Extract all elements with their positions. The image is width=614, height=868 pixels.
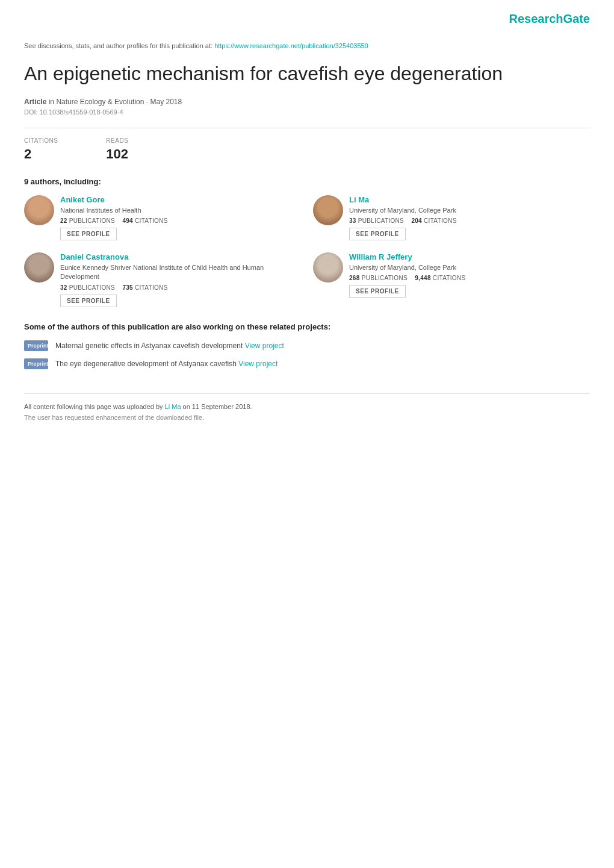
author-name-2[interactable]: Li Ma	[349, 195, 457, 204]
author-info-1: Aniket Gore National Institutes of Healt…	[60, 195, 168, 240]
author-institution-2: University of Maryland, College Park	[349, 206, 457, 215]
top-notice-link[interactable]: https://www.researchgate.net/publication…	[214, 42, 368, 49]
related-projects-heading: Some of the authors of this publication …	[24, 322, 590, 331]
footer-uploader-name[interactable]: Li Ma	[165, 403, 181, 410]
top-notice: See discussions, stats, and author profi…	[24, 42, 590, 49]
footer-note: The user has requested enhancement of th…	[24, 414, 590, 421]
doi: DOI: 10.1038/s41559-018-0569-4	[24, 108, 590, 116]
author-avatar-4	[313, 252, 343, 283]
author-institution-4: University of Maryland, College Park	[349, 263, 465, 272]
article-type-label: Article	[24, 98, 46, 106]
author-name-1[interactable]: Aniket Gore	[60, 195, 168, 204]
see-profile-button-2[interactable]: SEE PROFILE	[349, 228, 406, 240]
author-info-4: William R Jeffery University of Maryland…	[349, 252, 465, 298]
author-top-4: William R Jeffery University of Maryland…	[313, 252, 590, 298]
see-profile-button-4[interactable]: SEE PROFILE	[349, 285, 406, 298]
author-institution-1: National Institutes of Health	[60, 206, 168, 215]
header-logo: ResearchGate	[509, 12, 590, 26]
footer-uploaded-text: All content following this page was uplo…	[24, 403, 165, 410]
author-top-2: Li Ma University of Maryland, College Pa…	[313, 195, 590, 240]
author-stats-2: 33 PUBLICATIONS 204 CITATIONS	[349, 217, 457, 224]
author-name-4[interactable]: William R Jeffery	[349, 252, 465, 261]
author-name-3[interactable]: Daniel Castranova	[60, 252, 301, 261]
authors-grid: Aniket Gore National Institutes of Healt…	[24, 195, 590, 307]
author-stats-1: 22 PUBLICATIONS 494 CITATIONS	[60, 217, 168, 224]
reads-value: 102	[106, 146, 128, 162]
author-top-1: Aniket Gore National Institutes of Healt…	[24, 195, 301, 240]
stats-row: CITATIONS 2 READS 102	[24, 137, 590, 162]
see-profile-button-1[interactable]: SEE PROFILE	[60, 228, 117, 240]
author-avatar-3	[24, 252, 54, 283]
author-card-4: William R Jeffery University of Maryland…	[313, 252, 590, 307]
footer-upload-date: on 11 September 2018.	[183, 403, 252, 410]
researchgate-logo: ResearchGate	[509, 12, 590, 25]
article-separator: ·	[146, 98, 150, 106]
author-institution-3: Eunice Kennedy Shriver National Institut…	[60, 263, 301, 282]
author-avatar-1	[24, 195, 54, 225]
author-card-1: Aniket Gore National Institutes of Healt…	[24, 195, 301, 240]
project-badge-1: Preprint	[24, 340, 48, 351]
project-item-2: Preprint The eye degenerative developmen…	[24, 358, 590, 369]
author-top-3: Daniel Castranova Eunice Kennedy Shriver…	[24, 252, 301, 307]
author-card-2: Li Ma University of Maryland, College Pa…	[313, 195, 590, 240]
project-description-2: The eye degenerative development of Asty…	[55, 360, 238, 368]
reads-block: READS 102	[106, 137, 128, 162]
author-stats-4: 268 PUBLICATIONS 9,448 CITATIONS	[349, 275, 465, 281]
article-date: May 2018	[150, 98, 182, 106]
citations-label: CITATIONS	[24, 137, 58, 144]
stats-divider	[24, 128, 590, 128]
citations-block: CITATIONS 2	[24, 137, 58, 162]
project-badge-2: Preprint	[24, 358, 48, 369]
footer-divider	[24, 393, 590, 394]
authors-heading: 9 authors, including:	[24, 177, 590, 186]
project-item-1: Preprint Maternal genetic effects in Ast…	[24, 340, 590, 351]
reads-label: READS	[106, 137, 128, 144]
article-journal: Nature Ecology & Evolution	[56, 98, 144, 106]
author-info-2: Li Ma University of Maryland, College Pa…	[349, 195, 457, 240]
project-text-1: Maternal genetic effects in Astyanax cav…	[55, 342, 284, 350]
page-container: ResearchGate See discussions, stats, and…	[0, 0, 614, 457]
project-text-2: The eye degenerative development of Asty…	[55, 360, 278, 368]
author-card-3: Daniel Castranova Eunice Kennedy Shriver…	[24, 252, 301, 307]
author-info-3: Daniel Castranova Eunice Kennedy Shriver…	[60, 252, 301, 307]
project-link-2[interactable]: View project	[238, 360, 278, 368]
author-avatar-2	[313, 195, 343, 225]
article-in-text: in	[49, 98, 54, 106]
top-notice-text: See discussions, stats, and author profi…	[24, 42, 214, 49]
author-stats-3: 32 PUBLICATIONS 735 CITATIONS	[60, 284, 301, 291]
project-description-1: Maternal genetic effects in Astyanax cav…	[55, 342, 245, 350]
project-link-1[interactable]: View project	[245, 342, 284, 350]
page-title: An epigenetic mechanism for cavefish eye…	[24, 61, 590, 87]
footer-upload-info: All content following this page was uplo…	[24, 403, 590, 410]
see-profile-button-3[interactable]: SEE PROFILE	[60, 295, 117, 307]
article-meta: Article in Nature Ecology & Evolution · …	[24, 98, 590, 106]
citations-value: 2	[24, 146, 58, 162]
